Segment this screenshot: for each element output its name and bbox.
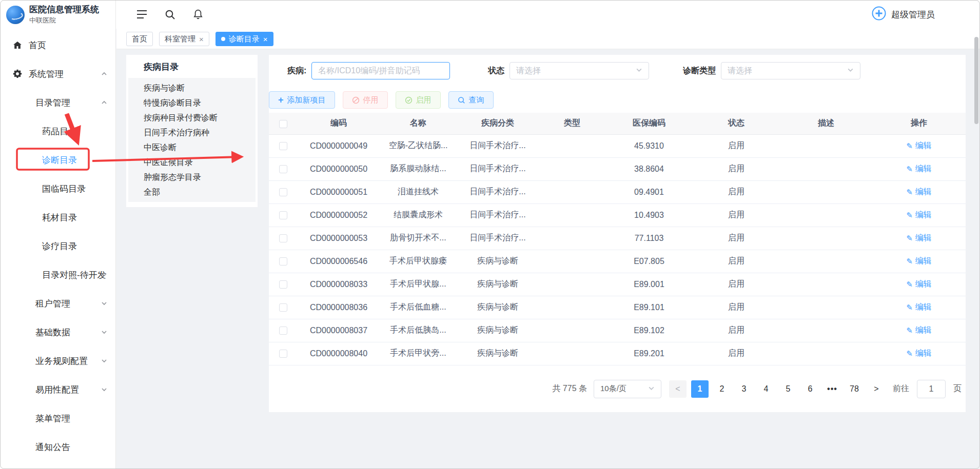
edit-button[interactable]: ✎编辑 [906,233,932,243]
app-logo-icon [6,6,25,24]
sidebar-item-label: 业务规则配置 [35,355,88,367]
enable-button[interactable]: 启用 [396,91,441,109]
table-row: CD0000000051 泪道挂线术 日间手术治疗... 09.4901 启用 … [269,180,966,203]
user-menu[interactable]: 超级管理员 [871,6,935,24]
scrollbar-thumb[interactable] [974,37,978,124]
query-button[interactable]: 查询 [448,91,494,109]
row-checkbox[interactable] [279,280,287,289]
row-checkbox[interactable] [279,303,287,312]
sidebar-item-drug-catalog[interactable]: 药品目录 [0,117,115,146]
page-button[interactable]: 6 [801,380,819,398]
cell-status: 启用 [693,273,780,296]
sidebar-item-label: 诊断目录 [42,154,77,166]
chevron-down-icon [101,386,107,393]
catalog-item[interactable]: 肿瘤形态学目录 [128,170,256,185]
catalog-item[interactable]: 日间手术治疗病种 [128,125,256,140]
sidebar-item-notice[interactable]: 通知公告 [0,433,115,461]
sidebar-item-usability-config[interactable]: 易用性配置 [0,375,115,404]
add-item-label: 添加新项目 [287,95,326,105]
row-checkbox[interactable] [279,234,287,242]
edit-button[interactable]: ✎编辑 [906,325,932,336]
bell-icon[interactable] [193,9,203,20]
check-circle-icon [405,96,413,104]
disable-button[interactable]: 停用 [343,91,388,109]
ban-icon [352,96,360,104]
row-checkbox[interactable] [279,165,287,173]
prev-page-button[interactable]: < [669,380,687,398]
edit-button[interactable]: ✎编辑 [906,187,932,197]
cell-desc [780,180,872,203]
sidebar-item-consumable-catalog[interactable]: 耗材目录 [0,203,115,232]
catalog-item[interactable]: 按病种目录付费诊断 [128,110,256,125]
add-item-button[interactable]: + 添加新项目 [269,91,335,109]
goto-page-input[interactable] [917,380,946,398]
sidebar-item-diagnosis-catalog[interactable]: 诊断目录 [0,146,115,174]
catalog-item[interactable]: 中医诊断 [128,140,256,155]
next-page-button[interactable]: > [868,380,885,398]
page-scrollbar[interactable] [973,30,979,467]
row-checkbox[interactable] [279,188,287,196]
sidebar-item-menu-mgmt[interactable]: 菜单管理 [0,404,115,433]
cell-name: 结膜囊成形术 [380,203,457,227]
sidebar-item-catalog-compare[interactable]: 目录对照-待开发 [0,260,115,289]
disease-search-input[interactable] [311,62,450,79]
diagnosis-type-select[interactable]: 请选择 [721,62,860,79]
row-checkbox[interactable] [279,142,287,150]
status-filter-label: 状态 [488,66,504,76]
sidebar-item-business-rules[interactable]: 业务规则配置 [0,346,115,375]
enable-label: 启用 [416,95,432,105]
tab-department-mgmt[interactable]: 科室管理 × [159,32,209,46]
edit-button[interactable]: ✎编辑 [906,164,932,174]
hamburger-icon[interactable] [136,10,147,19]
edit-icon: ✎ [906,350,913,357]
edit-button[interactable]: ✎编辑 [906,348,932,359]
page-button[interactable]: 4 [757,380,775,398]
sidebar-item-home[interactable]: 首页 [0,31,115,59]
page-button[interactable]: 3 [735,380,753,398]
edit-button[interactable]: ✎编辑 [906,210,932,220]
sidebar-item-national-code-catalog[interactable]: 国临码目录 [0,174,115,203]
close-icon[interactable]: × [199,35,204,43]
edit-button[interactable]: ✎编辑 [906,140,932,151]
search-icon[interactable] [165,9,175,20]
sidebar-item-tenant-mgmt[interactable]: 租户管理 [0,289,115,318]
more-pages-icon[interactable]: ••• [824,380,841,398]
select-all-checkbox[interactable] [279,120,287,128]
sidebar-item-system-mgmt[interactable]: 系统管理 [0,59,115,88]
catalog-item[interactable]: 特慢病诊断目录 [128,95,256,110]
cell-status: 启用 [693,203,780,227]
status-select[interactable]: 请选择 [509,62,649,79]
tab-home[interactable]: 首页 [126,32,153,46]
cell-name: 手术后低胰岛... [380,319,457,342]
sidebar-item-label: 目录对照-待开发 [42,269,106,281]
catalog-item[interactable]: 全部 [128,185,256,199]
tab-diagnosis-catalog[interactable]: 诊断目录 × [215,32,273,46]
page-button[interactable]: 5 [779,380,797,398]
cell-category: 疾病与诊断 [457,250,539,273]
catalog-item[interactable]: 疾病与诊断 [128,80,256,95]
cell-name: 手术后甲状旁... [380,342,457,365]
page-button[interactable]: 2 [713,380,731,398]
edit-label: 编辑 [915,210,932,220]
page-size-select[interactable]: 10条/页 [594,380,661,398]
edit-button[interactable]: ✎编辑 [906,256,932,267]
sidebar-item-basic-data[interactable]: 基础数据 [0,318,115,346]
row-checkbox[interactable] [279,211,287,219]
page-button[interactable]: 1 [691,380,709,398]
close-icon[interactable]: × [263,35,268,43]
page-button[interactable]: 78 [846,380,863,398]
row-checkbox[interactable] [279,327,287,335]
row-checkbox[interactable] [279,350,287,358]
edit-icon: ✎ [906,303,913,311]
edit-button[interactable]: ✎编辑 [906,302,932,313]
cell-type [539,319,605,342]
catalog-item[interactable]: 中医证候目录 [128,155,256,170]
cell-insurance: 10.4903 [605,203,693,227]
cell-status: 启用 [693,319,780,342]
pagination: 共 775 条 10条/页 < 1 2 3 4 5 6 ••• 78 > 前往 … [269,380,966,398]
row-checkbox[interactable] [279,257,287,266]
table-row: CD0000000052 结膜囊成形术 日间手术治疗... 10.4903 启用… [269,203,966,227]
sidebar-item-catalog-mgmt[interactable]: 目录管理 [0,88,115,117]
edit-button[interactable]: ✎编辑 [906,279,932,290]
sidebar-item-treatment-catalog[interactable]: 诊疗目录 [0,232,115,260]
